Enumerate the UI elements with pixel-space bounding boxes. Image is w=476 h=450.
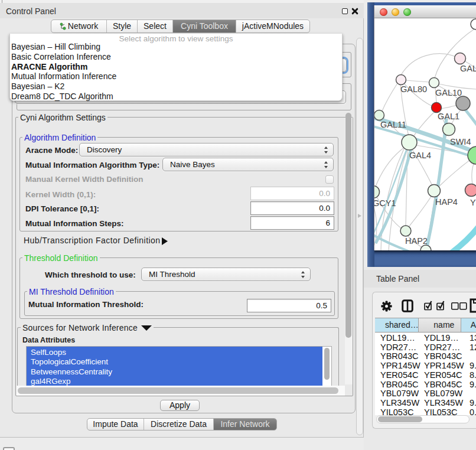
svg-text:HAP2: HAP2 — [405, 236, 428, 246]
svg-text:HAP4: HAP4 — [435, 197, 458, 207]
svg-text:GAL80: GAL80 — [400, 84, 427, 94]
svg-text:GAL2: GAL2 — [460, 64, 476, 73]
svg-text:GCY1: GCY1 — [374, 198, 396, 208]
svg-text:GAL10: GAL10 — [435, 88, 462, 97]
svg-text:Y: Y — [470, 198, 476, 207]
svg-text:GAL4: GAL4 — [409, 151, 431, 160]
svg-text:GAL1: GAL1 — [438, 112, 459, 121]
svg-text:GAL11: GAL11 — [380, 120, 406, 129]
svg-text:SWI4: SWI4 — [450, 137, 471, 146]
